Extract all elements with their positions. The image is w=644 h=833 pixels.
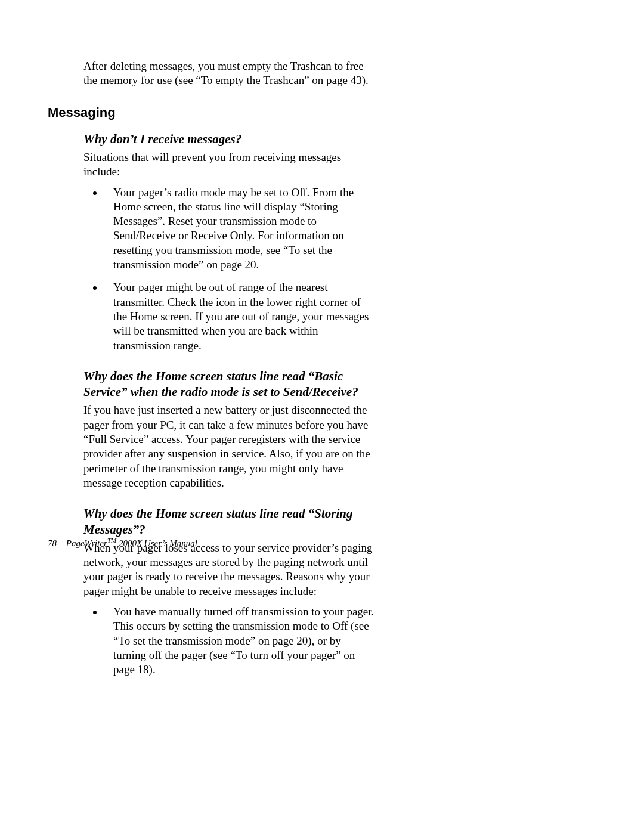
footer-product-suffix: 2000X User’s Manual bbox=[116, 538, 197, 548]
qa-block-1: Why don’t I receive messages? Situations… bbox=[83, 131, 376, 353]
bullet-list-1: Your pager’s radio mode may be set to Of… bbox=[83, 185, 376, 353]
qa-block-3: Why does the Home screen status line rea… bbox=[83, 506, 376, 677]
list-item: Your pager might be out of range of the … bbox=[104, 280, 376, 353]
trademark-symbol: TM bbox=[107, 537, 116, 544]
answer-2: If you have just inserted a new battery … bbox=[83, 403, 376, 490]
question-1: Why don’t I receive messages? bbox=[83, 131, 376, 147]
qa-block-2: Why does the Home screen status line rea… bbox=[83, 368, 376, 490]
list-item: Your pager’s radio mode may be set to Of… bbox=[104, 185, 376, 272]
answer-1: Situations that will prevent you from re… bbox=[83, 150, 376, 179]
answer-3: When your pager loses access to your ser… bbox=[83, 541, 376, 599]
question-3: Why does the Home screen status line rea… bbox=[83, 506, 376, 537]
question-2: Why does the Home screen status line rea… bbox=[83, 368, 376, 400]
list-item: You have manually turned off transmissio… bbox=[104, 605, 376, 677]
page-footer: 78 PageWriterTM 2000X User’s Manual bbox=[48, 537, 197, 549]
section-heading-messaging: Messaging bbox=[48, 105, 584, 120]
bullet-list-3: You have manually turned off transmissio… bbox=[83, 605, 376, 677]
intro-paragraph: After deleting messages, you must empty … bbox=[83, 59, 376, 88]
page-number: 78 bbox=[48, 538, 57, 548]
footer-product-prefix: PageWriter bbox=[66, 538, 107, 548]
document-page: After deleting messages, you must empty … bbox=[0, 0, 644, 833]
